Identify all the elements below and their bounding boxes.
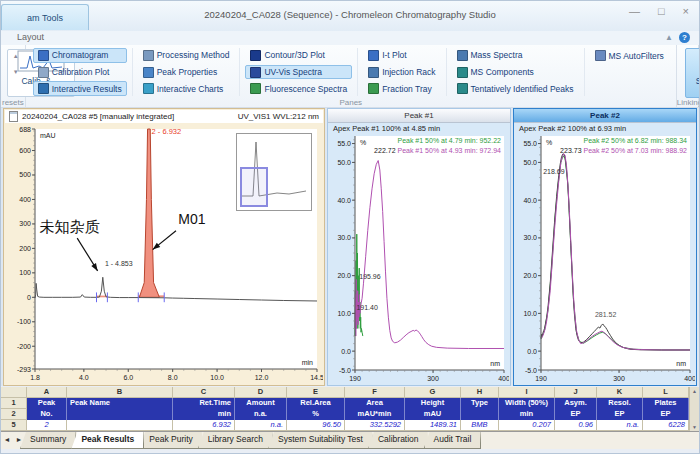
table-cell[interactable] (461, 409, 499, 420)
row-header[interactable] (1, 387, 27, 398)
table-cell[interactable]: B (67, 387, 173, 398)
svg-text:10.0: 10.0 (210, 374, 224, 381)
table-cell[interactable]: Type (461, 398, 499, 409)
ribbon-button-fraction-tray[interactable]: Fraction Tray (363, 81, 440, 96)
close-button[interactable]: × (683, 5, 689, 17)
row-header[interactable]: 5 (1, 420, 27, 431)
smartlink-button[interactable]: SmartLink (685, 48, 700, 98)
ribbon-button-interactive-charts[interactable]: Interactive Charts (138, 81, 235, 96)
sheet-tab-calibration[interactable]: Calibration (368, 432, 429, 449)
table-cell[interactable]: K (597, 387, 643, 398)
preset-scroll-arrows[interactable]: ▲▼ (13, 53, 19, 75)
overview-inset[interactable] (236, 133, 312, 211)
collapse-ribbon-icon[interactable]: ▲ (665, 33, 673, 42)
table-cell[interactable]: Height (405, 398, 461, 409)
table-cell[interactable]: Ret.Time (173, 398, 235, 409)
svg-text:55.0: 55.0 (337, 140, 351, 147)
table-cell[interactable]: Rel.Area (287, 398, 345, 409)
interactive-charts-icon (143, 83, 154, 94)
table-cell[interactable]: 96.50 (287, 420, 345, 431)
table-cell[interactable]: 1489.31 (405, 420, 461, 431)
sheet-tab-peak-results[interactable]: Peak Results (71, 432, 144, 449)
ribbon-button-fluorescence-spectra[interactable]: Fluorescence Spectra (245, 81, 352, 96)
table-cell[interactable]: n.a. (597, 420, 643, 431)
table-cell[interactable]: EP (597, 409, 643, 420)
table-cell[interactable]: EP (555, 409, 597, 420)
table-cell[interactable]: Width (50%) (499, 398, 555, 409)
table-cell[interactable]: I (499, 387, 555, 398)
ribbon-button-peak-properties[interactable]: Peak Properties (138, 65, 235, 80)
table-cell[interactable]: n.a. (235, 409, 287, 420)
sheet-tab-audit-trail[interactable]: Audit Trail (424, 432, 482, 449)
table-cell[interactable]: EP (643, 409, 689, 420)
table-scrollbar[interactable]: ▲ ▼ (689, 387, 699, 431)
tab-layout[interactable]: Layout (17, 32, 44, 42)
ribbon-button-chromatogram[interactable]: Chromatogram (33, 48, 127, 63)
table-cell[interactable]: L (643, 387, 689, 398)
table-cell[interactable]: F (345, 387, 405, 398)
table-cell[interactable]: A (27, 387, 67, 398)
table-cell[interactable] (67, 420, 173, 431)
tab-scroll-left[interactable]: ◄ (1, 432, 13, 449)
svg-text:55.0: 55.0 (523, 140, 537, 147)
peak2-spectrum-panel[interactable]: Peak #2 Apex Peak #2 100% at 6.93 min Pe… (513, 108, 697, 386)
ribbon-button-ms-components[interactable]: MS Components (452, 65, 579, 80)
ribbon-button-injection-rack[interactable]: Injection Rack (363, 65, 440, 80)
ribbon-button-interactive-results[interactable]: Interactive Results (33, 81, 127, 96)
table-cell[interactable]: Resol. (597, 398, 643, 409)
table-cell[interactable]: E (287, 387, 345, 398)
table-cell[interactable]: 332.5292 (345, 420, 405, 431)
help-icon[interactable]: ? (679, 32, 690, 43)
table-cell[interactable]: BMB (461, 420, 499, 431)
sheet-tab-peak-purity[interactable]: Peak Purity (139, 432, 202, 449)
table-cell[interactable]: D (235, 387, 287, 398)
table-cell[interactable]: G (405, 387, 461, 398)
table-cell[interactable]: mAU*min (345, 409, 405, 420)
scroll-up-icon[interactable]: ▲ (692, 388, 697, 394)
row-header[interactable]: 2 (1, 409, 27, 420)
table-cell[interactable]: C (173, 387, 235, 398)
ribbon-button-uv-vis-spectra[interactable]: UV-Vis Spectra (245, 65, 352, 80)
table-cell[interactable]: Peak Name (67, 398, 173, 409)
peak1-spectrum-plot[interactable]: Peak #1 50% at 4.79 min: 952.22222.72 Pe… (329, 133, 509, 384)
context-tab-tools[interactable]: am Tools (1, 4, 89, 30)
row-header[interactable]: 1 (1, 398, 27, 409)
table-cell[interactable]: Asym. (555, 398, 597, 409)
sheet-tab-system-suitability-test[interactable]: System Suitability Test (268, 432, 373, 449)
sheet-tab-summary[interactable]: Summary (20, 432, 76, 449)
table-cell[interactable]: J (555, 387, 597, 398)
table-cell[interactable]: min (499, 409, 555, 420)
chromatogram-panel[interactable]: 20240204_CA028 #5 [manually integrated] … (3, 108, 325, 386)
table-cell[interactable]: 6228 (643, 420, 689, 431)
table-cell[interactable]: No. (27, 409, 67, 420)
table-cell[interactable]: 0.207 (499, 420, 555, 431)
table-cell[interactable]: Plates (643, 398, 689, 409)
ribbon-button-mass-spectra[interactable]: Mass Spectra (452, 48, 579, 63)
table-cell[interactable]: n.a. (235, 420, 287, 431)
scroll-down-icon[interactable]: ▼ (692, 424, 697, 430)
table-cell[interactable]: mAU (405, 409, 461, 420)
sheet-tab-library-search[interactable]: Library Search (198, 432, 273, 449)
peak1-panel-title[interactable]: Peak #1 (328, 109, 510, 123)
table-cell[interactable]: 2 (27, 420, 67, 431)
table-cell[interactable]: min (173, 409, 235, 420)
ribbon-button-contour-3d-plot[interactable]: Contour/3D Plot (245, 48, 352, 63)
table-cell[interactable]: % (287, 409, 345, 420)
ribbon-button-calibration-plot[interactable]: Calibration Plot (33, 65, 127, 80)
table-cell[interactable]: H (461, 387, 499, 398)
ribbon-button-i-t-plot[interactable]: I-t Plot (363, 48, 440, 63)
ribbon-button-ms-autofilters[interactable]: MS AutoFilters (590, 48, 669, 63)
table-cell[interactable] (67, 409, 173, 420)
ribbon-button-tentatively-identified-peaks[interactable]: Tentatively Identified Peaks (452, 81, 579, 96)
peak2-panel-title[interactable]: Peak #2 (514, 109, 696, 123)
restore-button[interactable]: □ (658, 5, 665, 17)
table-cell[interactable]: Amount (235, 398, 287, 409)
table-cell[interactable]: 6.932 (173, 420, 235, 431)
minimize-button[interactable]: — (629, 5, 640, 17)
table-cell[interactable]: Peak (27, 398, 67, 409)
table-cell[interactable]: 0.96 (555, 420, 597, 431)
table-cell[interactable]: Area (345, 398, 405, 409)
ribbon-button-processing-method[interactable]: Processing Method (138, 48, 235, 63)
peak1-spectrum-panel[interactable]: Peak #1 Apex Peak #1 100% at 4.85 min Pe… (327, 108, 511, 386)
peak2-spectrum-plot[interactable]: Peak #2 50% at 6.82 min: 988.34223.73 Pe… (515, 133, 695, 384)
